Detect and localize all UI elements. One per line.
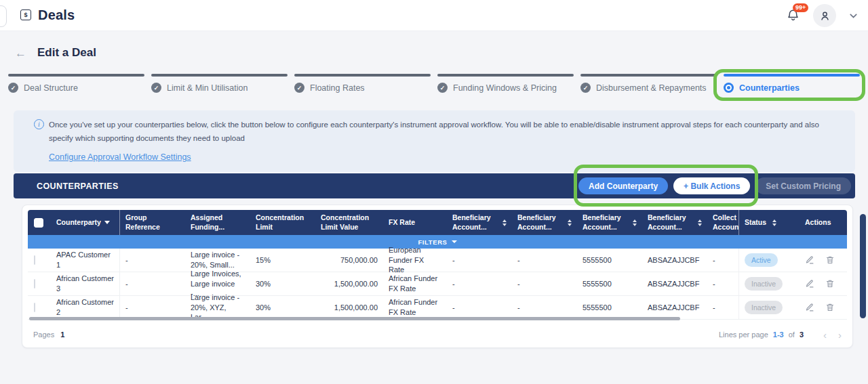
step-label: Disbursement & Repayments xyxy=(596,83,707,93)
edit-icon[interactable] xyxy=(805,279,814,289)
step-tab-disbursement-repayments[interactable]: ✓ Disbursement & Repayments xyxy=(580,74,717,93)
cell-group-reference: - xyxy=(120,255,185,265)
step-complete-check-icon: ✓ xyxy=(294,83,304,93)
person-icon xyxy=(818,9,831,22)
row-checkbox[interactable] xyxy=(34,255,35,265)
step-tab-limit-min-utilisation[interactable]: ✓ Limit & Min Utilisation xyxy=(151,74,288,93)
column-header-concentration-limit-value: Concentration Limit Value xyxy=(315,213,383,232)
table-row: African Customer 3 - Large Invoices, Lar… xyxy=(28,272,847,296)
filters-chevron-down-icon xyxy=(452,240,457,243)
step-tab-counterparties[interactable]: Counterparties xyxy=(724,74,860,93)
step-tab-deal-structure[interactable]: ✓ Deal Structure xyxy=(8,74,144,93)
delete-icon[interactable] xyxy=(825,255,835,265)
sort-icon xyxy=(698,219,702,226)
step-progress-bar xyxy=(151,74,288,77)
column-header-concentration-limit: Concentration Limit xyxy=(250,213,315,232)
cell-concentration-limit: 30% xyxy=(250,279,315,289)
vertical-scrollbar-thumb[interactable] xyxy=(860,214,866,318)
cell-beneficiary-account-2: - xyxy=(512,255,577,265)
cell-concentration-limit: 30% xyxy=(250,303,315,313)
next-page-chevron-icon[interactable]: › xyxy=(838,330,842,340)
add-counterparty-button[interactable]: Add Counterparty xyxy=(578,177,668,194)
table-footer: Pages 1 Lines per page 1-3 of 3 ‹ › xyxy=(22,322,852,347)
cell-counterparty: African Customer 3 xyxy=(51,272,120,295)
cell-concentration-limit-value: 1,500,000.00 xyxy=(315,279,383,289)
bulk-actions-button[interactable]: + Bulk Actions xyxy=(673,177,750,194)
delete-icon[interactable] xyxy=(825,279,835,289)
table-row: African Customer 2 - Large invoice - 20%… xyxy=(28,296,847,320)
column-header-counterparty[interactable]: Counterparty xyxy=(51,210,120,235)
current-page-number[interactable]: 1 xyxy=(60,330,64,339)
cell-concentration-limit-value: 750,000.00 xyxy=(315,255,383,265)
cell-beneficiary-account-3: 5555500 xyxy=(577,279,642,289)
page-head: ← Edit a Deal xyxy=(15,46,96,60)
step-tab-floating-rates[interactable]: ✓ Floating Rates xyxy=(294,74,431,93)
cell-collection-account: - xyxy=(707,255,738,265)
topbar: $ Deals 99+ xyxy=(0,0,868,31)
lines-range: 1-3 xyxy=(773,330,784,339)
column-header-beneficiary-account-4[interactable]: Beneficiary Account... xyxy=(642,213,707,232)
step-label: Funding Windows & Pricing xyxy=(453,83,557,93)
cell-collection-account: - xyxy=(707,279,738,289)
account-chevron-down-icon[interactable] xyxy=(848,11,859,21)
step-complete-check-icon: ✓ xyxy=(151,83,161,93)
edit-icon[interactable] xyxy=(805,255,814,265)
cell-group-reference: - xyxy=(120,303,185,313)
app-title: Deals xyxy=(38,7,75,23)
cell-counterparty: APAC Customer 1 xyxy=(51,249,120,272)
cell-group-reference: - xyxy=(120,279,185,289)
configure-approval-workflow-link[interactable]: Configure Approval Workflow Settings xyxy=(49,152,191,162)
status-badge: Active xyxy=(745,253,778,267)
cell-beneficiary-account-1: - xyxy=(447,279,512,289)
filter-caret-icon xyxy=(104,221,110,224)
sidebar-toggle-handle[interactable] xyxy=(0,5,7,27)
column-header-status[interactable]: Status xyxy=(738,210,800,235)
cell-concentration-limit: 15% xyxy=(250,255,315,265)
edit-icon[interactable] xyxy=(805,303,814,312)
step-complete-check-icon: ✓ xyxy=(437,83,448,93)
column-header-beneficiary-account-2[interactable]: Beneficiary Account... xyxy=(512,213,577,232)
column-header-collection-account: Collect Account... xyxy=(707,213,738,232)
select-all-checkbox[interactable] xyxy=(34,218,43,228)
previous-page-chevron-icon[interactable]: ‹ xyxy=(823,330,827,340)
lines-per-page-label: Lines per page xyxy=(719,330,768,339)
cell-beneficiary-account-1: - xyxy=(447,303,512,313)
step-progress-bar xyxy=(437,74,574,77)
deals-dollar-icon: $ xyxy=(20,9,31,20)
column-header-assigned-funding: Assigned Funding... xyxy=(185,213,250,232)
column-header-beneficiary-account-1[interactable]: Beneficiary Account... xyxy=(447,213,512,232)
column-header-group-reference: Group Reference xyxy=(120,213,185,232)
cell-beneficiary-account-4: ABSAZAJJCBF xyxy=(642,279,707,289)
sort-icon xyxy=(633,219,637,226)
step-progress-bar xyxy=(294,74,431,77)
info-banner-text: Once you've set up your counterparties b… xyxy=(49,118,844,145)
column-header-beneficiary-account-3[interactable]: Beneficiary Account... xyxy=(577,213,642,232)
cell-beneficiary-account-4: ABSAZAJJCBF xyxy=(642,303,707,313)
notifications-button[interactable]: 99+ xyxy=(786,8,801,23)
page-title: Edit a Deal xyxy=(37,46,96,60)
sort-icon xyxy=(568,219,572,226)
section-title: COUNTERPARTIES xyxy=(37,182,119,191)
delete-icon[interactable] xyxy=(825,303,835,312)
of-label: of xyxy=(789,330,795,339)
cell-collection-account: - xyxy=(707,303,738,313)
cell-beneficiary-account-2: - xyxy=(512,303,577,313)
counterparties-section-bar: COUNTERPARTIES Add Counterparty + Bulk A… xyxy=(14,173,855,198)
step-progress-bar xyxy=(724,74,860,77)
user-avatar[interactable] xyxy=(813,4,836,27)
cell-beneficiary-account-4: ABSAZAJJCBF xyxy=(642,255,707,265)
row-checkbox[interactable] xyxy=(34,279,35,289)
pages-label: Pages xyxy=(33,330,54,339)
step-tab-funding-windows-pricing[interactable]: ✓ Funding Windows & Pricing xyxy=(437,74,574,93)
table-header-row: Counterparty Group Reference Assigned Fu… xyxy=(28,210,847,235)
step-complete-check-icon: ✓ xyxy=(8,83,18,93)
horizontal-scrollbar-thumb[interactable] xyxy=(29,317,680,320)
cell-fx-rate: African Funder FX Rate xyxy=(383,274,447,294)
step-progress-bar xyxy=(580,74,717,77)
cell-beneficiary-account-3: 5555500 xyxy=(577,255,642,265)
back-arrow-icon[interactable]: ← xyxy=(15,47,26,59)
step-progress-bar xyxy=(8,74,144,77)
row-checkbox[interactable] xyxy=(34,303,35,312)
cell-concentration-limit-value: 1,500,000.00 xyxy=(315,303,383,313)
cell-fx-rate: European Funder FX Rate xyxy=(383,245,447,276)
